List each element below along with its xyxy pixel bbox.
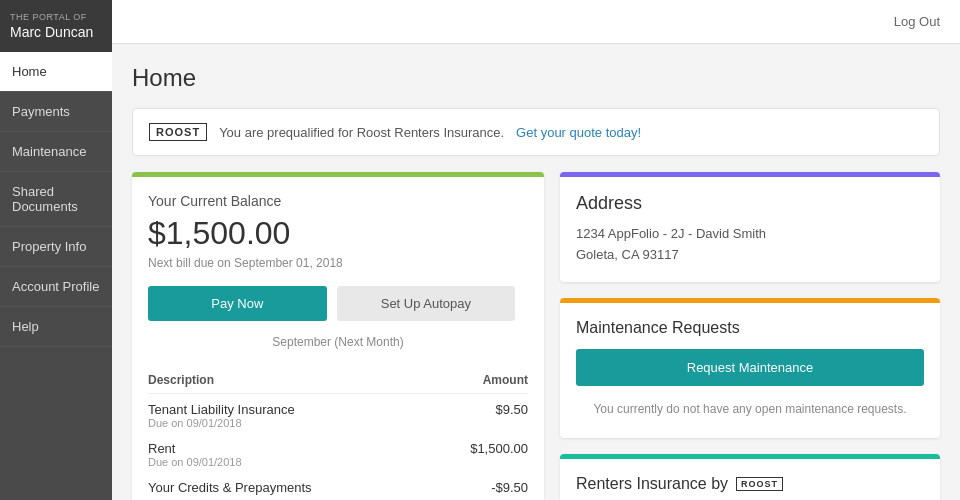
balance-label: Your Current Balance — [148, 193, 528, 209]
month-header: September (Next Month) — [148, 335, 528, 357]
roost-logo: ROOST — [149, 123, 207, 141]
renters-card-body: Renters Insurance by ROOST — [560, 459, 940, 500]
pay-now-button[interactable]: Pay Now — [148, 286, 327, 321]
two-col-layout: Your Current Balance $1,500.00 Next bill… — [132, 172, 940, 500]
roost-banner-text: You are prequalified for Roost Renters I… — [219, 125, 504, 140]
setup-autopay-button[interactable]: Set Up Autopay — [337, 286, 516, 321]
renters-insurance-card: Renters Insurance by ROOST — [560, 454, 940, 500]
renters-title-text: Renters Insurance by — [576, 475, 728, 493]
sidebar-item-home[interactable]: Home — [0, 52, 112, 92]
content-area: Home ROOST You are prequalified for Roos… — [112, 44, 960, 500]
balance-amount: $1,500.00 — [148, 215, 528, 252]
payment-buttons: Pay Now Set Up Autopay — [148, 286, 528, 321]
sidebar-item-maintenance[interactable]: Maintenance — [0, 132, 112, 172]
portal-label: THE PORTAL OF — [10, 12, 102, 22]
page-title: Home — [132, 64, 940, 92]
maintenance-empty-text: You currently do not have any open maint… — [576, 396, 924, 422]
address-card-body: Address 1234 AppFolio - 2J - David Smith… — [560, 177, 940, 282]
sidebar-item-help[interactable]: Help — [0, 307, 112, 347]
maintenance-card-body: Maintenance Requests Request Maintenance… — [560, 303, 940, 438]
roost-quote-link[interactable]: Get your quote today! — [516, 125, 641, 140]
col-amount: Amount — [429, 367, 528, 394]
topbar: Log Out — [112, 0, 960, 44]
address-title: Address — [576, 193, 924, 214]
address-card: Address 1234 AppFolio - 2J - David Smith… — [560, 172, 940, 282]
col-description: Description — [148, 367, 429, 394]
bill-table: Description Amount Tenant Liability Insu… — [148, 367, 528, 499]
bill-item-desc: Your Credits & Prepayments — [148, 472, 429, 499]
sidebar-item-property-info[interactable]: Property Info — [0, 227, 112, 267]
bill-item-name: Rent — [148, 441, 429, 456]
sidebar-item-payments[interactable]: Payments — [0, 92, 112, 132]
balance-due-date: Next bill due on September 01, 2018 — [148, 256, 528, 270]
sidebar: THE PORTAL OF Marc Duncan Home Payments … — [0, 0, 112, 500]
bill-item-amount: $1,500.00 — [429, 433, 528, 472]
sidebar-item-shared-documents[interactable]: Shared Documents — [0, 172, 112, 227]
bill-table-row: Tenant Liability Insurance Due on 09/01/… — [148, 394, 528, 434]
bill-item-name: Tenant Liability Insurance — [148, 402, 429, 417]
renters-title: Renters Insurance by ROOST — [576, 475, 924, 493]
bill-item-desc: Tenant Liability Insurance Due on 09/01/… — [148, 394, 429, 434]
roost-banner: ROOST You are prequalified for Roost Ren… — [132, 108, 940, 156]
maintenance-card: Maintenance Requests Request Maintenance… — [560, 298, 940, 438]
sidebar-header: THE PORTAL OF Marc Duncan — [0, 0, 112, 52]
address-line2: Goleta, CA 93117 — [576, 245, 924, 266]
bill-table-row: Rent Due on 09/01/2018 $1,500.00 — [148, 433, 528, 472]
user-name: Marc Duncan — [10, 24, 102, 40]
sidebar-item-account-profile[interactable]: Account Profile — [0, 267, 112, 307]
renters-roost-logo: ROOST — [736, 477, 783, 491]
balance-card-body: Your Current Balance $1,500.00 Next bill… — [132, 177, 544, 500]
left-column: Your Current Balance $1,500.00 Next bill… — [132, 172, 544, 500]
bill-item-amount: $9.50 — [429, 394, 528, 434]
bill-item-desc: Rent Due on 09/01/2018 — [148, 433, 429, 472]
bill-item-amount: -$9.50 — [429, 472, 528, 499]
bill-item-due: Due on 09/01/2018 — [148, 417, 429, 429]
main-content: Log Out Home ROOST You are prequalified … — [112, 0, 960, 500]
maintenance-title: Maintenance Requests — [576, 319, 924, 337]
logout-button[interactable]: Log Out — [894, 14, 940, 29]
bill-item-name: Your Credits & Prepayments — [148, 480, 429, 495]
request-maintenance-button[interactable]: Request Maintenance — [576, 349, 924, 386]
right-column: Address 1234 AppFolio - 2J - David Smith… — [560, 172, 940, 500]
bill-item-due: Due on 09/01/2018 — [148, 456, 429, 468]
balance-card: Your Current Balance $1,500.00 Next bill… — [132, 172, 544, 500]
address-line1: 1234 AppFolio - 2J - David Smith — [576, 224, 924, 245]
bill-table-row: Your Credits & Prepayments -$9.50 — [148, 472, 528, 499]
